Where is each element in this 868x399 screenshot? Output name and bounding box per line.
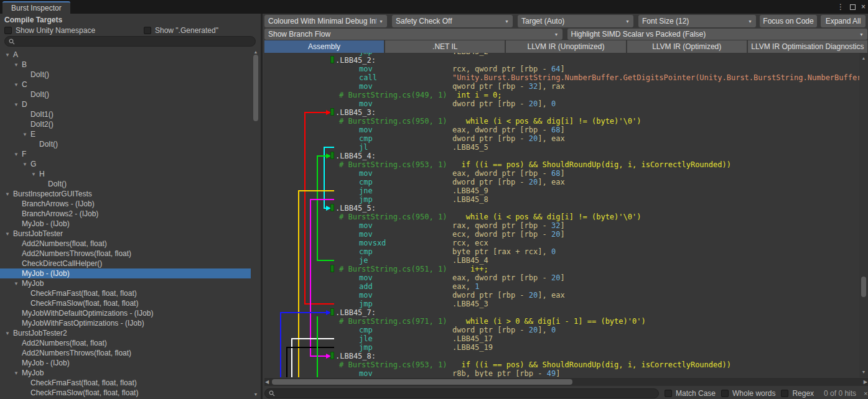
foldout-icon[interactable]: ▼ bbox=[5, 52, 13, 58]
show-generated-checkbox[interactable] bbox=[144, 27, 151, 34]
foldout-icon[interactable]: ▼ bbox=[5, 231, 13, 237]
tree-scrollbar-thumb[interactable] bbox=[253, 55, 258, 121]
expand-all-button[interactable]: Expand All bbox=[821, 15, 866, 27]
tree-item[interactable]: BranchArrows - (IJob) bbox=[0, 199, 251, 209]
focus-on-code-button[interactable]: Focus on Code bbox=[760, 15, 817, 27]
tree-item[interactable]: DoIt() bbox=[0, 70, 251, 80]
tree-item[interactable]: CheckDirectCallHelper() bbox=[0, 259, 251, 268]
foldout-icon[interactable]: ▼ bbox=[14, 62, 22, 68]
tree-item[interactable]: ▼A bbox=[0, 50, 251, 60]
tree-item[interactable]: MyJob - (IJob) bbox=[0, 219, 251, 229]
simd-highlight-dropdown[interactable]: Highlight SIMD Scalar vs Packed (False) … bbox=[567, 29, 868, 40]
target-search-input[interactable] bbox=[17, 38, 251, 45]
foldout-icon[interactable]: ▼ bbox=[14, 102, 22, 108]
code-hscrollbar-thumb[interactable] bbox=[272, 379, 572, 385]
tree-item[interactable]: Add2NumbersThrows(float, float) bbox=[0, 348, 251, 358]
foldout-icon[interactable]: ▼ bbox=[14, 152, 22, 157]
tree-item[interactable]: ▼BurstJobTester bbox=[0, 229, 251, 239]
tree-item[interactable]: BranchArrows2 - (IJob) bbox=[0, 209, 251, 219]
assembly-line: movqword ptr [rbp - 32], rax bbox=[264, 82, 859, 91]
foldout-icon[interactable]: ▼ bbox=[5, 191, 13, 197]
debug-info-dropdown[interactable]: Coloured With Minimal Debug Information … bbox=[264, 15, 387, 27]
tree-item[interactable]: MyJobWithFastOptimizations - (IJob) bbox=[0, 318, 251, 328]
foldout-icon[interactable]: ▼ bbox=[31, 172, 39, 177]
tree-item[interactable]: MyJobWithDefaultOptimizations - (IJob) bbox=[0, 308, 251, 318]
tab-net-il[interactable]: .NET IL bbox=[385, 40, 505, 53]
tree-item[interactable]: ▼BurstInspectorGUITests bbox=[0, 189, 251, 199]
find-field[interactable] bbox=[264, 388, 659, 398]
show-unity-namespace-checkbox[interactable] bbox=[4, 27, 12, 34]
assembly-line: jne.LBB45_9 bbox=[264, 186, 859, 195]
tree-item[interactable]: CheckFmaFast(float, float, float) bbox=[0, 288, 251, 298]
overflow-menu-icon[interactable]: ⋮ bbox=[837, 3, 844, 11]
tree-item[interactable]: MyJob - (IJob) bbox=[0, 358, 251, 368]
tab-llvm-ir-diagnostics[interactable]: LLVM IR Optimisation Diagnostics bbox=[748, 40, 867, 53]
asm-mnemonic: cmp bbox=[359, 134, 373, 143]
foldout-icon[interactable]: ▼ bbox=[14, 82, 22, 88]
tree-item[interactable]: ▼B bbox=[0, 60, 251, 70]
scroll-down-icon[interactable]: ▼ bbox=[251, 392, 260, 397]
asm-label: .LBB45_8: bbox=[335, 352, 376, 360]
tab-assembly[interactable]: Assembly bbox=[264, 40, 384, 53]
tree-item[interactable]: ▼MyJob bbox=[0, 368, 251, 378]
scroll-down-icon[interactable]: ▼ bbox=[859, 370, 868, 374]
tree-item[interactable]: DoIt2() bbox=[0, 119, 251, 129]
regex-group: Regex bbox=[781, 389, 814, 398]
tree-item[interactable]: ▼D bbox=[0, 99, 251, 109]
tree-item[interactable]: DoIt() bbox=[0, 89, 251, 99]
tree-item[interactable]: CheckFmaSlow(float, float, float) bbox=[0, 388, 251, 398]
asm-mnemonic: mov bbox=[359, 169, 373, 178]
tree-item[interactable]: MyJob - (IJob) bbox=[0, 268, 251, 278]
assembly-line: .LBB45_5: bbox=[264, 204, 859, 213]
branch-flow-dropdown[interactable]: Show Branch Flow ▼ bbox=[264, 29, 562, 40]
asm-mnemonic: cmp bbox=[359, 178, 373, 186]
tree-item[interactable]: ▼E bbox=[0, 129, 251, 139]
safety-check-dropdown[interactable]: Safety Check Off ▼ bbox=[392, 15, 513, 27]
whole-words-group: Whole words bbox=[721, 389, 775, 398]
tab-llvm-ir-optimized[interactable]: LLVM IR (Optimized) bbox=[627, 40, 747, 53]
scroll-left-icon[interactable]: ◀ bbox=[265, 379, 269, 385]
match-case-checkbox[interactable] bbox=[665, 390, 672, 397]
tree-item[interactable]: Add2Numbers(float, float) bbox=[0, 338, 251, 348]
foldout-icon[interactable]: ▼ bbox=[22, 162, 30, 167]
scroll-up-icon[interactable]: ▲ bbox=[251, 50, 260, 54]
tree-item[interactable]: DoIt() bbox=[0, 139, 251, 149]
regex-checkbox[interactable] bbox=[781, 390, 788, 397]
font-size-dropdown[interactable]: Font Size (12) ▼ bbox=[638, 15, 756, 27]
asm-operand: .LBB45_19 bbox=[452, 343, 493, 352]
maximize-icon[interactable] bbox=[850, 4, 856, 10]
source-comment: # BurstString.cs(950, 1) bbox=[339, 213, 447, 221]
target-dropdown[interactable]: Target (Auto) ▼ bbox=[518, 15, 633, 27]
tree-item[interactable]: ▼G bbox=[0, 159, 251, 169]
tree-item[interactable]: ▼H bbox=[0, 169, 251, 179]
target-search-field[interactable] bbox=[4, 36, 256, 47]
scroll-up-icon[interactable]: ▲ bbox=[859, 56, 868, 60]
tree-item[interactable]: Add2NumbersThrows(float, float) bbox=[0, 249, 251, 259]
find-input[interactable] bbox=[278, 390, 655, 397]
foldout-icon[interactable]: ▼ bbox=[22, 132, 30, 137]
close-icon[interactable]: × bbox=[861, 3, 866, 11]
tree-item[interactable]: ▼C bbox=[0, 80, 251, 89]
tree-item[interactable]: CheckFmaFast(float, float, float) bbox=[0, 378, 251, 388]
whole-words-checkbox[interactable] bbox=[721, 390, 729, 397]
tree-item[interactable]: DoIt() bbox=[0, 179, 251, 189]
code-vscrollbar-thumb[interactable] bbox=[861, 277, 866, 297]
find-close-icon[interactable]: × bbox=[864, 390, 867, 397]
tree-item-label: MyJob bbox=[22, 279, 44, 288]
tree-item-label: Add2NumbersThrows(float, float) bbox=[22, 249, 131, 258]
tree-item[interactable]: Add2Numbers(float, float) bbox=[0, 239, 251, 249]
foldout-icon[interactable]: ▼ bbox=[5, 331, 13, 336]
foldout-icon[interactable]: ▼ bbox=[14, 281, 22, 287]
tree-item[interactable]: ▼MyJob bbox=[0, 278, 251, 288]
tree-item[interactable]: ▼F bbox=[0, 149, 251, 159]
tree-item[interactable]: ▼BurstJobTester2 bbox=[0, 328, 251, 338]
scroll-right-icon[interactable]: ▶ bbox=[864, 379, 867, 385]
source-comment: # BurstString.cs(953, 1) bbox=[339, 360, 447, 369]
code-vertical-scrollbar: ▲ ▼ bbox=[859, 53, 868, 377]
tree-item[interactable]: CheckFmaSlow(float, float, float) bbox=[0, 298, 251, 308]
regex-label: Regex bbox=[792, 389, 814, 398]
window-tab-burst-inspector[interactable]: Burst Inspector bbox=[2, 1, 70, 14]
tree-item[interactable]: DoIt1() bbox=[0, 109, 251, 119]
tab-llvm-ir-unoptimized[interactable]: LLVM IR (Unoptimized) bbox=[506, 40, 625, 53]
foldout-icon[interactable]: ▼ bbox=[14, 370, 22, 376]
